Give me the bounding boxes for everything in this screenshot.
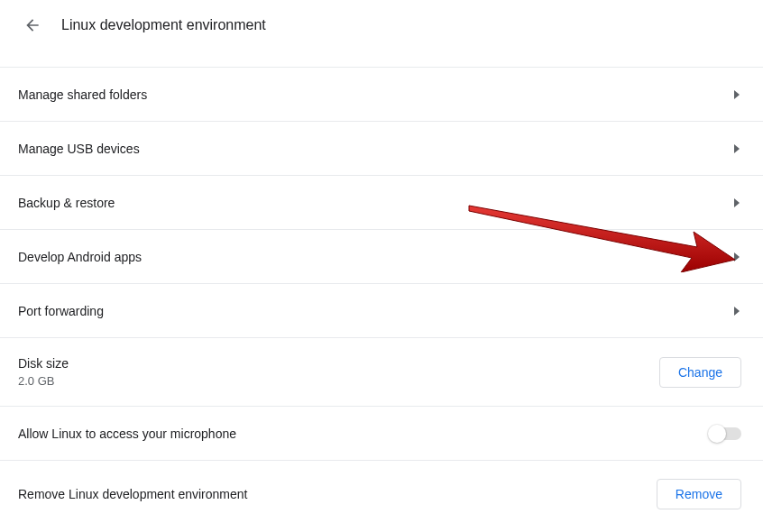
row-port-forwarding[interactable]: Port forwarding <box>0 283 763 337</box>
chevron-right-icon <box>732 144 741 153</box>
microphone-label: Allow Linux to access your microphone <box>18 427 236 441</box>
arrow-back-icon <box>23 16 41 34</box>
row-microphone: Allow Linux to access your microphone <box>0 406 763 460</box>
row-remove-environment: Remove Linux development environment Rem… <box>0 460 763 527</box>
chevron-right-icon <box>732 198 741 207</box>
row-disk-size: Disk size 2.0 GB Change <box>0 337 763 406</box>
change-button[interactable]: Change <box>659 357 741 388</box>
page-header: Linux development environment <box>0 0 763 67</box>
disk-size-info: Disk size 2.0 GB <box>18 356 69 388</box>
row-develop-android-apps[interactable]: Develop Android apps <box>0 229 763 283</box>
remove-label: Remove Linux development environment <box>18 487 247 501</box>
toggle-knob <box>708 425 726 443</box>
row-label: Port forwarding <box>18 304 104 318</box>
row-label: Backup & restore <box>18 196 115 210</box>
microphone-toggle[interactable] <box>711 427 741 440</box>
settings-list: Manage shared folders Manage USB devices… <box>0 67 763 527</box>
row-usb-devices[interactable]: Manage USB devices <box>0 121 763 175</box>
chevron-right-icon <box>732 252 741 261</box>
row-label: Manage USB devices <box>18 142 140 156</box>
remove-button[interactable]: Remove <box>657 479 741 509</box>
row-shared-folders[interactable]: Manage shared folders <box>0 67 763 121</box>
row-backup-restore[interactable]: Backup & restore <box>0 175 763 229</box>
chevron-right-icon <box>732 90 741 99</box>
back-button[interactable] <box>18 11 47 40</box>
chevron-right-icon <box>732 307 741 316</box>
disk-size-label: Disk size <box>18 356 69 371</box>
row-label: Develop Android apps <box>18 250 142 264</box>
row-label: Manage shared folders <box>18 87 147 102</box>
disk-size-value: 2.0 GB <box>18 374 69 388</box>
page-title: Linux development environment <box>61 17 266 33</box>
